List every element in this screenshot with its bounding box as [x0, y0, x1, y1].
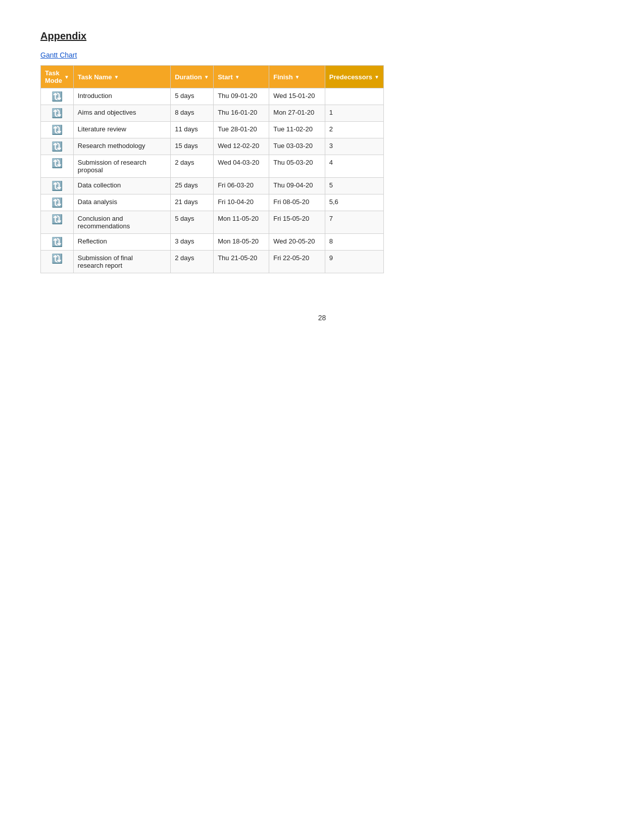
task-mode-icon: 🔃 [52, 125, 63, 134]
start-cell: Wed 12-02-20 [214, 138, 269, 155]
duration-cell: 5 days [171, 88, 214, 105]
duration-cell: 5 days [171, 211, 214, 234]
task-name-cell: Data analysis [73, 194, 170, 211]
predecessors-cell: 1 [325, 105, 383, 122]
task-mode-icon: 🔃 [52, 237, 63, 247]
col-header-finish[interactable]: Finish ▼ [269, 66, 325, 88]
task-name-cell: Submission of final research report [73, 251, 170, 273]
task-name-cell: Literature review [73, 122, 170, 138]
start-cell: Fri 06-03-20 [214, 178, 269, 194]
predecessors-cell: 2 [325, 122, 383, 138]
duration-cell: 25 days [171, 178, 214, 194]
duration-cell: 21 days [171, 194, 214, 211]
start-cell: Thu 16-01-20 [214, 105, 269, 122]
table-row: 🔃Submission of final research report2 da… [41, 251, 384, 273]
predecessors-cell: 9 [325, 251, 383, 273]
start-cell: Mon 18-05-20 [214, 234, 269, 251]
task-name-cell: Conclusion and recommendations [73, 211, 170, 234]
table-row: 🔃Data analysis21 daysFri 10-04-20Fri 08-… [41, 194, 384, 211]
task-name-cell: Aims and objectives [73, 105, 170, 122]
start-cell: Thu 09-01-20 [214, 88, 269, 105]
task-name-cell: Reflection [73, 234, 170, 251]
col-header-start[interactable]: Start ▼ [214, 66, 269, 88]
task-mode-icon: 🔃 [52, 142, 63, 151]
finish-cell: Thu 09-04-20 [269, 178, 325, 194]
duration-cell: 2 days [171, 155, 214, 178]
predecessors-cell: 4 [325, 155, 383, 178]
start-cell: Thu 21-05-20 [214, 251, 269, 273]
task-name-cell: Research methodology [73, 138, 170, 155]
col-header-task-mode[interactable]: TaskMode ▼ [41, 66, 74, 88]
task-mode-icon: 🔃 [52, 254, 63, 263]
task-mode-cell: 🔃 [41, 211, 74, 234]
task-name-cell: Data collection [73, 178, 170, 194]
finish-cell: Tue 11-02-20 [269, 122, 325, 138]
task-mode-icon: 🔃 [52, 215, 63, 224]
col-header-duration[interactable]: Duration ▼ [171, 66, 214, 88]
table-row: 🔃Data collection25 daysFri 06-03-20Thu 0… [41, 178, 384, 194]
table-row: 🔃Reflection3 daysMon 18-05-20Wed 20-05-2… [41, 234, 384, 251]
predecessors-cell: 8 [325, 234, 383, 251]
task-mode-cell: 🔃 [41, 138, 74, 155]
table-header-row: TaskMode ▼ Task Name ▼ Duration ▼ Start … [41, 66, 384, 88]
task-mode-cell: 🔃 [41, 105, 74, 122]
task-mode-cell: 🔃 [41, 194, 74, 211]
duration-cell: 3 days [171, 234, 214, 251]
task-mode-icon: 🔃 [52, 92, 63, 101]
table-row: 🔃Conclusion and recommendations5 daysMon… [41, 211, 384, 234]
start-cell: Wed 04-03-20 [214, 155, 269, 178]
duration-cell: 8 days [171, 105, 214, 122]
finish-cell: Wed 20-05-20 [269, 234, 325, 251]
col-header-task-name[interactable]: Task Name ▼ [73, 66, 170, 88]
predecessors-cell: 5,6 [325, 194, 383, 211]
col-header-predecessors[interactable]: Predecessors ▼ [325, 66, 383, 88]
finish-cell: Fri 08-05-20 [269, 194, 325, 211]
task-mode-cell: 🔃 [41, 88, 74, 105]
start-cell: Fri 10-04-20 [214, 194, 269, 211]
task-mode-icon: 🔃 [52, 109, 63, 118]
table-row: 🔃Literature review11 daysTue 28-01-20Tue… [41, 122, 384, 138]
table-row: 🔃Research methodology15 daysWed 12-02-20… [41, 138, 384, 155]
finish-cell: Tue 03-03-20 [269, 138, 325, 155]
task-name-cell: Introduction [73, 88, 170, 105]
duration-cell: 15 days [171, 138, 214, 155]
task-mode-cell: 🔃 [41, 155, 74, 178]
gantt-chart-label: Gantt Chart [40, 51, 77, 59]
predecessors-cell: 7 [325, 211, 383, 234]
finish-cell: Fri 22-05-20 [269, 251, 325, 273]
predecessors-cell: 5 [325, 178, 383, 194]
task-mode-icon: 🔃 [52, 198, 63, 207]
page-number: 28 [40, 314, 604, 322]
finish-cell: Mon 27-01-20 [269, 105, 325, 122]
task-mode-cell: 🔃 [41, 234, 74, 251]
duration-cell: 11 days [171, 122, 214, 138]
task-mode-icon: 🔃 [52, 159, 63, 168]
duration-cell: 2 days [171, 251, 214, 273]
finish-cell: Thu 05-03-20 [269, 155, 325, 178]
page-title: Appendix [40, 30, 604, 42]
start-cell: Mon 11-05-20 [214, 211, 269, 234]
task-name-cell: Submission of research proposal [73, 155, 170, 178]
predecessors-cell [325, 88, 383, 105]
table-row: 🔃Aims and objectives8 daysThu 16-01-20Mo… [41, 105, 384, 122]
predecessors-cell: 3 [325, 138, 383, 155]
table-row: 🔃Submission of research proposal2 daysWe… [41, 155, 384, 178]
table-row: 🔃Introduction5 daysThu 09-01-20Wed 15-01… [41, 88, 384, 105]
start-cell: Tue 28-01-20 [214, 122, 269, 138]
gantt-table: TaskMode ▼ Task Name ▼ Duration ▼ Start … [40, 65, 384, 273]
finish-cell: Fri 15-05-20 [269, 211, 325, 234]
task-mode-cell: 🔃 [41, 251, 74, 273]
finish-cell: Wed 15-01-20 [269, 88, 325, 105]
task-mode-icon: 🔃 [52, 181, 63, 190]
task-mode-cell: 🔃 [41, 178, 74, 194]
task-mode-cell: 🔃 [41, 122, 74, 138]
